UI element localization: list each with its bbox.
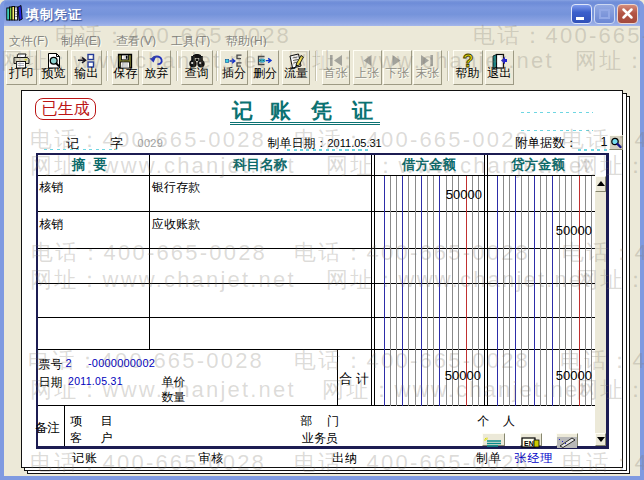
svg-text:EN: EN (524, 439, 534, 446)
